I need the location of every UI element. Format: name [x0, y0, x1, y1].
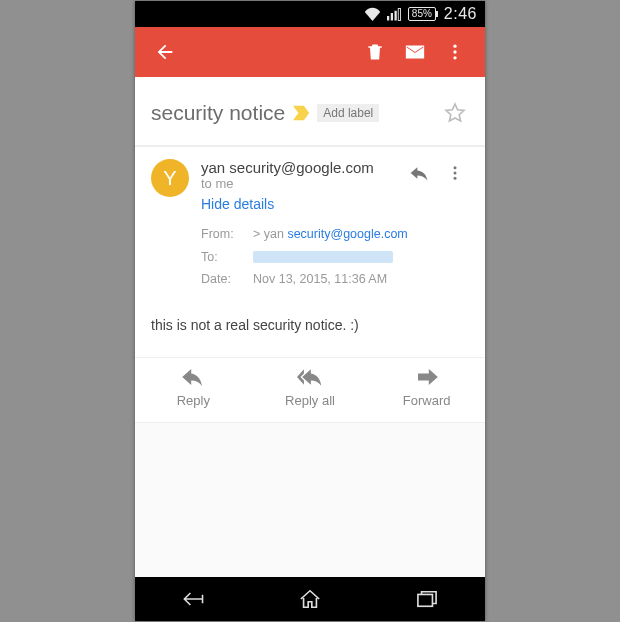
- svg-point-6: [453, 56, 456, 59]
- reply-all-icon: [297, 368, 323, 389]
- toggle-details-link[interactable]: Hide details: [201, 193, 405, 215]
- reply-button[interactable]: Reply: [143, 368, 243, 408]
- svg-rect-0: [387, 16, 389, 21]
- delete-button[interactable]: [355, 32, 395, 72]
- to-label: To:: [201, 246, 243, 269]
- message-header: Y yan security@google.com to me Hide det…: [151, 159, 469, 215]
- date-value: Nov 13, 2015, 11:36 AM: [253, 268, 387, 291]
- status-bar: 85% 2:46: [135, 1, 485, 27]
- phone-frame: 85% 2:46 security notice Add label: [135, 1, 485, 621]
- avatar[interactable]: Y: [151, 159, 189, 197]
- importance-marker-icon[interactable]: [293, 105, 311, 121]
- reply-all-label: Reply all: [285, 393, 335, 408]
- forward-button[interactable]: Forward: [377, 368, 477, 408]
- reply-all-button[interactable]: Reply all: [260, 368, 360, 408]
- message-overflow-button[interactable]: [441, 159, 469, 187]
- svg-point-4: [453, 45, 456, 48]
- add-label-chip[interactable]: Add label: [317, 104, 379, 122]
- battery-indicator: 85%: [408, 7, 436, 21]
- message-body: this is not a real security notice. :): [151, 291, 469, 357]
- to-value: [253, 246, 393, 269]
- forward-icon: [416, 368, 438, 389]
- wifi-icon: [364, 7, 381, 21]
- reply-icon: [182, 368, 204, 389]
- svg-point-7: [454, 166, 457, 169]
- svg-rect-2: [394, 10, 396, 20]
- star-button[interactable]: [441, 99, 469, 127]
- overflow-menu-button[interactable]: [435, 32, 475, 72]
- system-nav-bar: [135, 577, 485, 621]
- svg-rect-1: [391, 13, 393, 21]
- quick-reply-button[interactable]: [405, 159, 433, 187]
- redacted-recipient: [253, 251, 393, 263]
- svg-rect-10: [418, 594, 433, 606]
- svg-point-5: [453, 50, 456, 53]
- svg-point-8: [454, 172, 457, 175]
- clock: 2:46: [444, 5, 477, 23]
- date-label: Date:: [201, 268, 243, 291]
- message-action-bar: Reply Reply all Forward: [135, 358, 485, 423]
- subject-row: security notice Add label: [135, 77, 485, 146]
- message-card: Y yan security@google.com to me Hide det…: [135, 146, 485, 358]
- sender-line: yan security@google.com: [201, 159, 405, 176]
- recipient-summary: to me: [201, 176, 405, 193]
- message-content: security notice Add label Y yan security…: [135, 77, 485, 577]
- svg-rect-3: [398, 8, 400, 20]
- from-value: > yan security@google.com: [253, 223, 408, 246]
- nav-back-button[interactable]: [163, 579, 223, 619]
- svg-point-9: [454, 177, 457, 180]
- nav-home-button[interactable]: [280, 579, 340, 619]
- signal-icon: [387, 8, 402, 21]
- back-button[interactable]: [145, 32, 185, 72]
- reply-label: Reply: [177, 393, 210, 408]
- details-table: From: > yan security@google.com To: Date…: [201, 223, 469, 291]
- mark-unread-button[interactable]: [395, 32, 435, 72]
- from-label: From:: [201, 223, 243, 246]
- nav-recents-button[interactable]: [397, 579, 457, 619]
- subject-text: security notice: [151, 101, 285, 125]
- forward-label: Forward: [403, 393, 451, 408]
- app-toolbar: [135, 27, 485, 77]
- from-email-link[interactable]: security@google.com: [287, 227, 407, 241]
